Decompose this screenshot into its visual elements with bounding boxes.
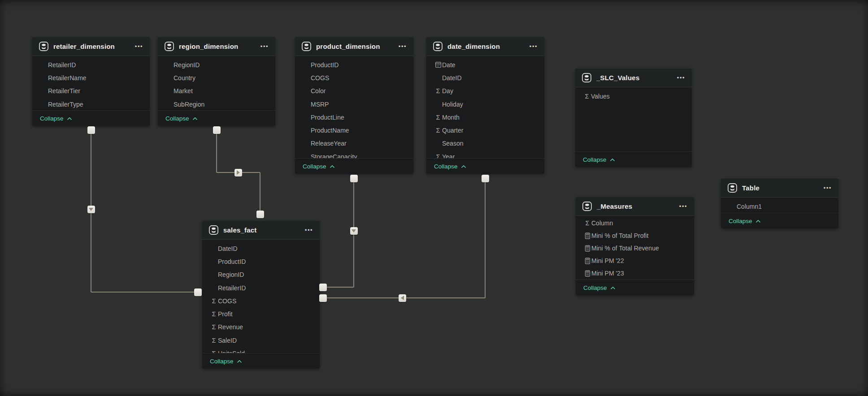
field-mini-pm-22[interactable]: Mini PM '22: [576, 254, 694, 267]
table-card-date_dimension[interactable]: date_dimension•••DateDateIDΣDayHolidayΣM…: [426, 37, 544, 174]
table-card-retailer_dimension[interactable]: retailer_dimension•••RetailerIDRetailerN…: [32, 37, 150, 126]
more-options-button[interactable]: •••: [678, 202, 688, 211]
field-column1[interactable]: Column1: [721, 200, 838, 213]
relationship-arrow-down-icon[interactable]: [87, 206, 95, 213]
field-holiday[interactable]: Holiday: [426, 98, 544, 111]
table-header[interactable]: Table•••: [721, 179, 838, 198]
field-productid[interactable]: ProductID: [202, 255, 320, 268]
collapse-button[interactable]: Collapse: [202, 353, 320, 369]
table-header[interactable]: _SLC_Values•••: [575, 69, 692, 87]
table-header[interactable]: _Measures•••: [576, 197, 694, 216]
field-cogs[interactable]: COGS: [295, 71, 413, 84]
table-header[interactable]: product_dimension•••: [295, 37, 413, 56]
table-card-product_dimension[interactable]: product_dimension•••ProductIDCOGSColorMS…: [295, 37, 413, 174]
field-productid[interactable]: ProductID: [295, 58, 413, 71]
field-retailerid[interactable]: RetailerID: [202, 281, 320, 294]
more-options-button[interactable]: •••: [134, 43, 144, 51]
field-month[interactable]: ΣMonth: [426, 111, 544, 124]
more-options-button[interactable]: •••: [260, 43, 269, 51]
relationship-arrow-right-icon[interactable]: [234, 169, 242, 176]
field-dateid[interactable]: DateID: [426, 71, 544, 84]
relationship-connector[interactable]: [350, 175, 358, 182]
field-label: RetailerID: [48, 61, 76, 69]
collapse-button[interactable]: Collapse: [32, 110, 150, 126]
field-mini-of-total-revenue[interactable]: Mini % of Total Revenue: [576, 242, 694, 254]
relationship-line[interactable]: [91, 292, 198, 293]
field-season[interactable]: Season: [426, 137, 544, 150]
relationship-connector[interactable]: [87, 126, 95, 134]
field-label: SubRegion: [174, 101, 204, 108]
relationship-connector[interactable]: [194, 288, 202, 296]
relationship-connector[interactable]: [256, 211, 264, 218]
field-regionid[interactable]: RegionID: [202, 268, 320, 281]
more-options-button[interactable]: •••: [676, 74, 686, 82]
field-list: RetailerIDRetailerNameRetailerTierRetail…: [32, 56, 150, 110]
more-options-button[interactable]: •••: [304, 226, 314, 234]
table-card-region_dimension[interactable]: region_dimension•••RegionIDCountryMarket…: [158, 37, 275, 126]
table-card-sales_fact[interactable]: sales_fact•••DateIDProductIDRegionIDReta…: [202, 221, 320, 369]
relationship-line[interactable]: [485, 178, 486, 298]
table-icon: [582, 201, 592, 212]
relationship-line[interactable]: [323, 287, 354, 288]
field-year[interactable]: ΣYear: [426, 150, 544, 158]
field-color[interactable]: Color: [295, 85, 413, 98]
more-options-button[interactable]: •••: [529, 43, 538, 51]
field-saleid[interactable]: ΣSaleID: [202, 334, 320, 347]
field-day[interactable]: ΣDay: [426, 85, 544, 98]
field-regionid[interactable]: RegionID: [158, 58, 275, 71]
field-mini-pm-23[interactable]: Mini PM '23: [576, 267, 694, 280]
more-options-button[interactable]: •••: [823, 184, 833, 192]
calculator-icon: [583, 258, 591, 264]
field-dateid[interactable]: DateID: [202, 242, 320, 255]
field-quarter[interactable]: ΣQuarter: [426, 124, 544, 137]
field-retailername[interactable]: RetailerName: [32, 71, 150, 84]
table-header[interactable]: sales_fact•••: [202, 221, 320, 240]
relationship-connector[interactable]: [319, 284, 327, 291]
table-card-_Measures[interactable]: _Measures•••ΣColumnMini % of Total Profi…: [576, 197, 694, 295]
field-country[interactable]: Country: [158, 71, 275, 84]
field-market[interactable]: Market: [158, 85, 275, 98]
more-options-button[interactable]: •••: [398, 43, 408, 51]
field-list: DateIDProductIDRegionIDRetailerIDΣCOGSΣP…: [202, 240, 320, 353]
field-subregion[interactable]: SubRegion: [158, 98, 275, 110]
collapse-button[interactable]: Collapse: [426, 158, 544, 174]
collapse-button[interactable]: Collapse: [295, 158, 413, 174]
field-retailertier[interactable]: RetailerTier: [32, 85, 150, 98]
chevron-up-icon: [192, 115, 198, 122]
collapse-button[interactable]: Collapse: [721, 213, 838, 228]
collapse-button[interactable]: Collapse: [575, 151, 692, 167]
table-card-_SLC_Values[interactable]: _SLC_Values•••ΣValuesCollapse: [575, 69, 692, 167]
field-date[interactable]: Date: [426, 58, 544, 71]
sigma-icon: Σ: [210, 298, 218, 304]
field-unitssold[interactable]: ΣUnitsSold: [202, 347, 320, 353]
field-retailertype[interactable]: RetailerType: [32, 98, 150, 110]
table-header[interactable]: retailer_dimension•••: [32, 37, 150, 56]
field-msrp[interactable]: MSRP: [295, 98, 413, 111]
relationship-connector[interactable]: [482, 175, 489, 182]
relationship-arrow-left-icon[interactable]: [399, 294, 406, 302]
field-revenue[interactable]: ΣRevenue: [202, 321, 320, 334]
table-header[interactable]: region_dimension•••: [158, 37, 275, 56]
table-title: retailer_dimension: [53, 43, 134, 50]
collapse-button[interactable]: Collapse: [158, 110, 275, 126]
table-header[interactable]: date_dimension•••: [426, 37, 544, 56]
field-productname[interactable]: ProductName: [295, 124, 413, 137]
field-releaseyear[interactable]: ReleaseYear: [295, 137, 413, 150]
sigma-icon: Σ: [210, 337, 218, 344]
table-card-Table[interactable]: Table•••Column1Collapse: [721, 179, 838, 228]
field-storagecapacity[interactable]: StorageCapacity: [295, 150, 413, 158]
field-productline[interactable]: ProductLine: [295, 111, 413, 124]
field-values[interactable]: ΣValues: [575, 90, 692, 103]
field-profit[interactable]: ΣProfit: [202, 307, 320, 320]
relationship-line[interactable]: [216, 130, 217, 172]
relationship-arrow-down-icon[interactable]: [350, 227, 358, 235]
relationship-connector[interactable]: [213, 126, 221, 134]
relationship-connector[interactable]: [319, 294, 327, 302]
field-cogs[interactable]: ΣCOGS: [202, 294, 320, 307]
field-mini-of-total-profit[interactable]: Mini % of Total Profit: [576, 229, 694, 242]
field-retailerid[interactable]: RetailerID: [32, 58, 150, 71]
relationship-line[interactable]: [260, 172, 260, 214]
collapse-button[interactable]: Collapse: [576, 280, 694, 295]
field-column[interactable]: ΣColumn: [576, 217, 694, 229]
model-view-canvas[interactable]: retailer_dimension•••RetailerIDRetailerN…: [0, 0, 868, 396]
